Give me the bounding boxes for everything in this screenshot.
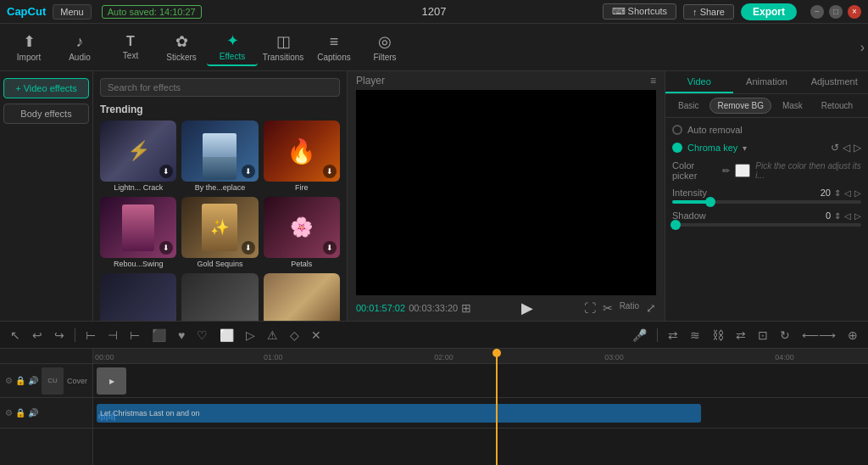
video-effects-button[interactable]: + Video effects [3, 78, 89, 98]
playhead[interactable] [496, 349, 498, 465]
edit-icon[interactable]: ✏ [722, 165, 730, 176]
tab-video[interactable]: Video [665, 71, 733, 93]
download-icon-gold[interactable]: ⬇ [242, 241, 255, 255]
speed-icon[interactable]: ⇄ [665, 327, 682, 344]
tool-captions[interactable]: ≡ Captions [309, 30, 359, 65]
track-lock-icon[interactable]: 🔒 [15, 376, 25, 385]
effects-search-input[interactable] [100, 78, 340, 97]
rotate-icon[interactable]: ↻ [776, 327, 793, 344]
shadow-reset[interactable]: ◁ [844, 211, 851, 221]
export-button[interactable]: Export [741, 3, 797, 20]
reset-icon[interactable]: ↺ [831, 142, 839, 154]
redo-icon[interactable]: ▷ [854, 142, 861, 154]
close-button[interactable]: × [848, 5, 861, 19]
track-settings-icon[interactable]: ⚙ [5, 376, 13, 385]
subtab-removebg[interactable]: Remove BG [709, 98, 771, 114]
tool-import[interactable]: ⬆ Import [3, 29, 54, 65]
share-button[interactable]: ↑ Share [683, 4, 734, 20]
effect-basic2[interactable] [181, 273, 258, 321]
shadow-redo[interactable]: ▷ [854, 211, 861, 221]
delete-tool[interactable]: ⬛ [148, 327, 170, 344]
maximize-button[interactable]: □ [829, 5, 843, 19]
effect-basic1[interactable] [100, 273, 176, 321]
subtab-basic[interactable]: Basic [670, 98, 706, 114]
split-audio-icon[interactable]: ⇄ [732, 327, 749, 344]
video-clip-thumb[interactable]: ▶ [97, 367, 126, 395]
tool-audio[interactable]: ♪ Audio [54, 30, 105, 65]
keyframe-tool[interactable]: ◇ [287, 327, 303, 344]
track-mute-icon[interactable]: 🔊 [28, 376, 38, 385]
tab-adjustment[interactable]: Adjustment [800, 71, 868, 93]
toolbar-more-icon[interactable]: › [860, 40, 865, 55]
expand-icon[interactable]: ⤢ [646, 301, 656, 315]
effect-lightning[interactable]: ⚡ ⬇ Lightn... Crack [100, 120, 176, 192]
shadow-stepper[interactable]: ⇕ [834, 211, 841, 221]
player-menu-icon[interactable]: ≡ [650, 75, 656, 87]
chroma-dropdown-icon[interactable]: ▾ [743, 143, 747, 153]
tool-effects[interactable]: ✦ Effects [207, 28, 258, 66]
chroma-key-check[interactable] [672, 143, 682, 153]
effect-petals[interactable]: 🌸 ⬇ Petals [264, 197, 340, 268]
tool-stickers[interactable]: ✿ Stickers [156, 29, 207, 65]
cover-label: Cover [67, 377, 87, 385]
audio-lock-icon[interactable]: 🔒 [15, 408, 25, 417]
download-icon-byplace[interactable]: ⬇ [242, 165, 255, 178]
tool-filters[interactable]: ◎ Filters [359, 29, 410, 65]
audio-track: Let Christmas Last on and on [93, 398, 868, 429]
effect-gold[interactable]: ✨ ⬇ Gold Sequins [181, 197, 258, 268]
tick-4: 04:00 [775, 353, 794, 361]
crop-icon[interactable]: ✂ [603, 301, 613, 315]
body-effects-button[interactable]: Body effects [3, 104, 89, 124]
crop-tool[interactable]: ✕ [308, 327, 325, 344]
subtab-mask[interactable]: Mask [775, 98, 810, 114]
effect-rebou[interactable]: ⬇ Rebou...Swing [100, 197, 176, 268]
redo-tool[interactable]: ↪ [51, 327, 68, 344]
warning-tool[interactable]: ⚠ [264, 327, 281, 344]
intensity-thumb[interactable] [705, 197, 715, 207]
undo-tool[interactable]: ↩ [29, 327, 46, 344]
effect-byplace[interactable]: ⬇ By the...eplace [181, 120, 258, 192]
shadow-track[interactable] [672, 223, 861, 227]
minimize-button[interactable]: − [810, 5, 824, 19]
ratio-icon[interactable]: Ratio [620, 301, 639, 315]
select-tool[interactable]: ↖ [7, 327, 24, 344]
audio-settings-icon[interactable]: ⚙ [5, 408, 13, 417]
like-tool[interactable]: ♥ [175, 327, 188, 344]
audio-mute-icon[interactable]: 🔊 [28, 408, 38, 417]
intensity-stepper[interactable]: ⇕ [834, 188, 841, 198]
fit-icon[interactable]: ⊕ [844, 327, 861, 344]
play-button[interactable]: ▶ [521, 299, 533, 317]
intensity-reset[interactable]: ◁ [844, 188, 851, 198]
trim-left-tool[interactable]: ⊣ [104, 327, 121, 344]
tool-transitions[interactable]: ◫ Transitions [258, 29, 309, 65]
audio-wave-icon[interactable]: ≋ [687, 327, 704, 344]
auto-removal-radio[interactable] [672, 125, 682, 135]
link-icon[interactable]: ⛓ [709, 327, 727, 344]
intensity-redo[interactable]: ▷ [854, 188, 861, 198]
mic-icon[interactable]: 🎤 [629, 327, 650, 344]
menu-button[interactable]: Menu [53, 4, 92, 20]
download-icon[interactable]: ⬇ [159, 165, 173, 178]
download-icon-fire[interactable]: ⬇ [323, 165, 337, 178]
caption-icon[interactable]: ⊡ [754, 327, 771, 344]
duplicate-tool[interactable]: ⬜ [216, 327, 237, 344]
tool-text[interactable]: T Text [105, 31, 156, 64]
play-clip-tool[interactable]: ▷ [242, 327, 259, 344]
download-icon-rebou[interactable]: ⬇ [159, 241, 173, 255]
tab-animation[interactable]: Animation [733, 71, 801, 93]
undo-icon[interactable]: ◁ [843, 142, 850, 154]
intensity-track[interactable] [672, 200, 861, 204]
subtab-retouch[interactable]: Retouch [814, 98, 860, 114]
shadow-thumb[interactable] [670, 220, 681, 230]
trim-right-tool[interactable]: ⊢ [126, 327, 143, 344]
split-tool[interactable]: ⊢ [82, 327, 99, 344]
effect-fire[interactable]: 🔥 ⬇ Fire [264, 120, 340, 192]
shortcuts-button[interactable]: ⌨ Shortcuts [603, 3, 677, 20]
dislike-tool[interactable]: ♡ [193, 327, 211, 344]
color-swatch[interactable] [735, 164, 750, 177]
audio-clip[interactable]: Let Christmas Last on and on [97, 404, 701, 423]
effect-basic3[interactable] [264, 273, 340, 321]
fullscreen-icon[interactable]: ⛶ [584, 301, 596, 315]
zoom-slider[interactable]: ⟵⟶ [798, 327, 839, 344]
download-icon-petals[interactable]: ⬇ [323, 241, 337, 255]
